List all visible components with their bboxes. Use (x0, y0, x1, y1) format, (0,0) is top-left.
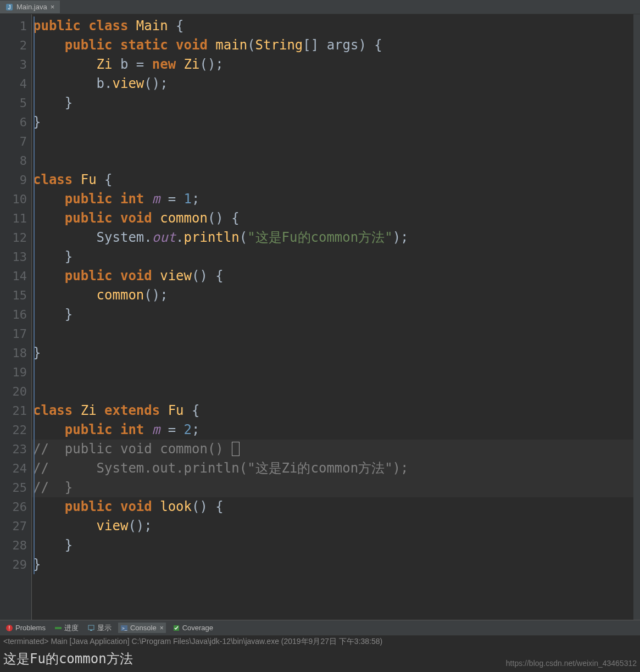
line-number: 22 (0, 420, 27, 440)
code-line[interactable]: System.out.println("这是Fu的common方法"); (32, 228, 633, 247)
code-line[interactable] (32, 324, 633, 343)
progress-icon (54, 624, 62, 632)
line-number: 8 (0, 151, 27, 170)
coverage-icon (172, 624, 180, 632)
code-line[interactable]: public void look() { (32, 497, 633, 517)
line-number: 9 (0, 170, 27, 190)
console-icon: >_ (120, 624, 128, 632)
line-number: 5 (0, 93, 27, 113)
svg-rect-6 (90, 630, 92, 631)
code-line[interactable]: class Zi extends Fu { (32, 401, 633, 420)
code-line[interactable]: // } (32, 478, 633, 497)
bottom-panel-tabs: !Problems进度显示>_Console×Coverage (0, 620, 640, 635)
line-number: 6 (0, 113, 27, 132)
panel-tab-label: Console (130, 624, 157, 632)
code-line[interactable]: public void view() { (32, 266, 633, 286)
line-number: 26 (0, 497, 27, 517)
line-number: 20 (0, 382, 27, 401)
code-line[interactable]: view(); (32, 517, 633, 536)
line-number: 7 (0, 132, 27, 151)
line-number: 23 (0, 440, 27, 459)
panel-tab-label: 进度 (64, 623, 79, 633)
watermark-text: https://blog.csdn.net/weixin_43465312 (506, 659, 637, 668)
code-line[interactable]: public int m = 2; (32, 420, 633, 440)
svg-text:>_: >_ (122, 626, 127, 631)
fold-bar (32, 16, 37, 620)
vertical-scrollbar[interactable] (633, 14, 640, 620)
svg-text:!: ! (9, 625, 10, 631)
panel-tab-label: Problems (15, 624, 46, 632)
line-number: 1 (0, 16, 27, 36)
panel-tab-label: Coverage (182, 624, 213, 632)
svg-rect-4 (55, 627, 62, 629)
code-line[interactable] (32, 363, 633, 382)
panel-tab-console[interactable]: >_Console× (118, 623, 166, 633)
editor-tab-bar: J Main.java × (0, 0, 640, 14)
code-line[interactable]: class Fu { (32, 170, 633, 190)
line-number-gutter: 1234567891011121314151617181920212223242… (0, 14, 32, 620)
code-line[interactable]: } (32, 93, 633, 113)
text-cursor (232, 442, 240, 456)
line-number: 27 (0, 517, 27, 536)
line-number: 16 (0, 305, 27, 324)
code-line[interactable]: } (32, 113, 633, 132)
console-output-text: 这是Fu的common方法 (3, 650, 133, 668)
panel-tab-problems[interactable]: !Problems (3, 623, 48, 633)
code-line[interactable]: } (32, 536, 633, 555)
line-number: 24 (0, 459, 27, 478)
close-icon[interactable]: × (51, 3, 55, 11)
line-number: 18 (0, 343, 27, 363)
close-icon[interactable]: × (160, 624, 164, 632)
code-content[interactable]: public class Main { public static void m… (32, 14, 633, 620)
line-number: 14 (0, 266, 27, 286)
panel-tab-进度[interactable]: 进度 (52, 622, 81, 634)
line-number: 3 (0, 55, 27, 74)
code-line[interactable]: } (32, 555, 633, 574)
code-line[interactable]: } (32, 247, 633, 266)
panel-tab-label: 显示 (97, 623, 112, 633)
line-number: 19 (0, 363, 27, 382)
code-line[interactable]: } (32, 343, 633, 363)
line-number: 4 (0, 74, 27, 93)
line-number: 13 (0, 247, 27, 266)
line-number: 11 (0, 209, 27, 228)
code-line[interactable] (32, 151, 633, 170)
display-icon (87, 624, 95, 632)
console-output-area[interactable]: 这是Fu的common方法 https://blog.csdn.net/weix… (0, 648, 640, 672)
line-number: 25 (0, 478, 27, 497)
code-editor[interactable]: 1234567891011121314151617181920212223242… (0, 14, 640, 620)
console-header: <terminated> Main [Java Application] C:\… (0, 635, 640, 648)
code-line[interactable]: // System.out.println("这是Zi的common方法"); (32, 459, 633, 478)
svg-text:J: J (8, 4, 11, 10)
line-number: 10 (0, 190, 27, 209)
line-number: 29 (0, 555, 27, 574)
code-line[interactable]: public void common() { (32, 209, 633, 228)
line-number: 2 (0, 36, 27, 55)
problems-icon: ! (5, 624, 13, 632)
code-line[interactable]: common(); (32, 286, 633, 305)
code-line[interactable] (32, 382, 633, 401)
code-line[interactable]: Zi b = new Zi(); (32, 55, 633, 74)
editor-tab-main-java[interactable]: J Main.java × (0, 1, 60, 13)
code-line[interactable]: } (32, 305, 633, 324)
svg-rect-5 (88, 625, 94, 630)
line-number: 28 (0, 536, 27, 555)
panel-tab-coverage[interactable]: Coverage (170, 623, 215, 633)
code-line[interactable]: public int m = 1; (32, 190, 633, 209)
editor-tab-label: Main.java (16, 3, 47, 11)
line-number: 15 (0, 286, 27, 305)
code-line[interactable]: public static void main(String[] args) { (32, 36, 633, 55)
line-number: 21 (0, 401, 27, 420)
panel-tab-显示[interactable]: 显示 (85, 622, 114, 634)
code-line[interactable]: // public void common() (32, 440, 633, 459)
line-number: 12 (0, 228, 27, 247)
code-line[interactable] (32, 132, 633, 151)
line-number: 17 (0, 324, 27, 343)
code-line[interactable]: public class Main { (32, 16, 633, 36)
java-file-icon: J (5, 3, 13, 11)
code-line[interactable]: b.view(); (32, 74, 633, 93)
